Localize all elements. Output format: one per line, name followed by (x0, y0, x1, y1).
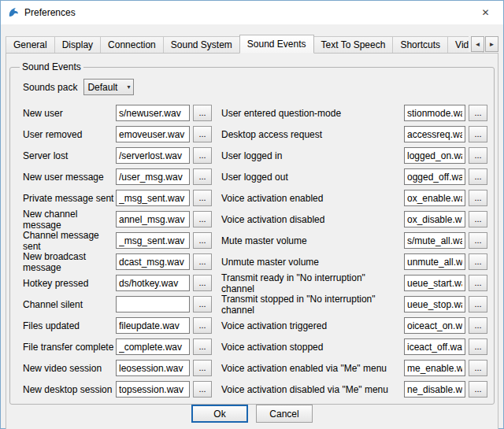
browse-button[interactable]: ... (469, 211, 487, 227)
browse-button[interactable]: ... (193, 381, 212, 398)
sound-event-row: User entered question-mode ... (221, 105, 487, 121)
browse-button[interactable]: ... (469, 168, 487, 185)
tab-sound-events[interactable]: Sound Events (239, 35, 314, 54)
sound-event-file-input[interactable] (116, 296, 190, 313)
sound-event-label: User entered question-mode (221, 108, 404, 119)
sound-event-label: New video session (23, 363, 116, 374)
browse-button[interactable]: ... (193, 147, 212, 164)
sound-event-file-input[interactable] (404, 360, 465, 376)
tab-scroll-right-button[interactable]: ► (485, 36, 498, 52)
sound-events-group: Sound Events Sounds pack Default ▾ New u… (9, 61, 495, 405)
browse-button[interactable]: ... (469, 381, 487, 398)
sound-event-label: Server lost (23, 150, 116, 161)
titlebar[interactable]: Preferences ✕ (1, 1, 503, 24)
tab-display[interactable]: Display (54, 36, 101, 53)
sound-event-label: Files updated (23, 320, 116, 331)
sound-event-file-input[interactable] (404, 381, 465, 398)
sounds-pack-label: Sounds pack (23, 82, 77, 93)
sound-event-file-input[interactable] (116, 211, 190, 227)
browse-button[interactable]: ... (193, 232, 212, 249)
browse-button[interactable]: ... (469, 275, 487, 291)
sound-event-row: Files updated ... (23, 317, 212, 334)
sound-event-row: Server lost ... (23, 147, 212, 164)
tab-connection[interactable]: Connection (100, 36, 164, 53)
browse-button[interactable]: ... (469, 147, 487, 164)
browse-button[interactable]: ... (469, 105, 487, 121)
browse-button[interactable]: ... (193, 253, 212, 270)
tab-text-to-speech[interactable]: Text To Speech (313, 36, 394, 53)
sound-event-file-input[interactable] (404, 211, 465, 227)
sound-event-file-input[interactable] (404, 126, 465, 142)
sound-event-label: New channel message (23, 209, 116, 231)
sound-event-file-input[interactable] (404, 168, 465, 185)
app-icon (7, 6, 20, 19)
browse-button[interactable]: ... (193, 338, 212, 355)
sound-event-label: Channel message sent (23, 230, 116, 252)
sound-event-row: Channel silent ... (23, 296, 212, 313)
browse-button[interactable]: ... (469, 232, 487, 249)
tab-shortcuts[interactable]: Shortcuts (392, 36, 448, 53)
window-title: Preferences (24, 7, 76, 18)
sound-event-file-input[interactable] (404, 296, 465, 313)
browse-button[interactable]: ... (193, 190, 212, 206)
sound-event-file-input[interactable] (116, 275, 190, 291)
browse-button[interactable]: ... (469, 126, 487, 142)
browse-button[interactable]: ... (469, 253, 487, 270)
sound-event-file-input[interactable] (116, 317, 190, 334)
sound-event-file-input[interactable] (116, 105, 190, 121)
tab-scroll-left-button[interactable]: ◄ (471, 36, 484, 52)
sound-event-file-input[interactable] (116, 190, 190, 206)
browse-button[interactable]: ... (469, 317, 487, 334)
tab-sound-system[interactable]: Sound System (163, 36, 240, 53)
browse-button[interactable]: ... (193, 211, 212, 227)
sound-event-file-input[interactable] (404, 147, 465, 164)
browse-button[interactable]: ... (193, 126, 212, 142)
sound-event-file-input[interactable] (404, 190, 465, 206)
sound-event-label: Voice activation enabled via "Me" menu (221, 363, 404, 374)
sound-event-file-input[interactable] (116, 338, 190, 355)
sound-event-label: New desktop session (23, 384, 116, 395)
browse-button[interactable]: ... (469, 360, 487, 376)
sound-event-file-input[interactable] (404, 338, 465, 355)
sound-event-file-input[interactable] (404, 105, 465, 121)
sound-event-file-input[interactable] (116, 147, 190, 164)
chevron-left-icon: ◄ (475, 41, 481, 48)
sound-event-file-input[interactable] (404, 275, 465, 291)
sounds-pack-row: Sounds pack Default ▾ (23, 79, 487, 95)
sounds-pack-value: Default (87, 82, 117, 93)
browse-button[interactable]: ... (469, 338, 487, 355)
sound-event-file-input[interactable] (116, 232, 190, 249)
browse-button[interactable]: ... (193, 317, 212, 334)
browse-button[interactable]: ... (469, 190, 487, 206)
sound-event-row: Channel message sent ... (23, 232, 212, 249)
chevron-right-icon: ► (489, 41, 495, 48)
browse-button[interactable]: ... (193, 275, 212, 291)
browse-button[interactable]: ... (193, 360, 212, 376)
sound-event-row: Voice activation enabled via "Me" menu .… (221, 360, 487, 376)
sound-event-label: Unmute master volume (221, 257, 404, 268)
sound-event-file-input[interactable] (404, 253, 465, 270)
ok-button[interactable]: Ok (191, 405, 248, 423)
close-button[interactable]: ✕ (468, 1, 503, 24)
sound-event-file-input[interactable] (116, 126, 190, 142)
sound-event-row: Transmit stopped in "No interruption" ch… (221, 296, 487, 313)
cancel-button[interactable]: Cancel (256, 405, 313, 423)
browse-button[interactable]: ... (193, 296, 212, 313)
browse-button[interactable]: ... (469, 296, 487, 313)
sound-event-file-input[interactable] (116, 253, 190, 270)
sound-event-label: Private message sent (23, 193, 116, 204)
browse-button[interactable]: ... (193, 168, 212, 185)
sound-event-row: New desktop session ... (23, 381, 212, 398)
sound-event-label: Voice activation stopped (221, 342, 404, 353)
sound-event-file-input[interactable] (116, 381, 190, 398)
tab-scroll-control: ◄ ► (469, 36, 498, 52)
sound-event-file-input[interactable] (116, 168, 190, 185)
sound-event-file-input[interactable] (404, 232, 465, 249)
tab-general[interactable]: General (6, 36, 55, 53)
sounds-pack-select[interactable]: Default ▾ (83, 79, 134, 95)
browse-button[interactable]: ... (193, 105, 212, 121)
sound-event-file-input[interactable] (116, 360, 190, 376)
tab-bar: General Display Connection Sound System … (6, 35, 498, 53)
sound-event-file-input[interactable] (404, 317, 465, 334)
sound-event-row: New broadcast message ... (23, 253, 212, 270)
